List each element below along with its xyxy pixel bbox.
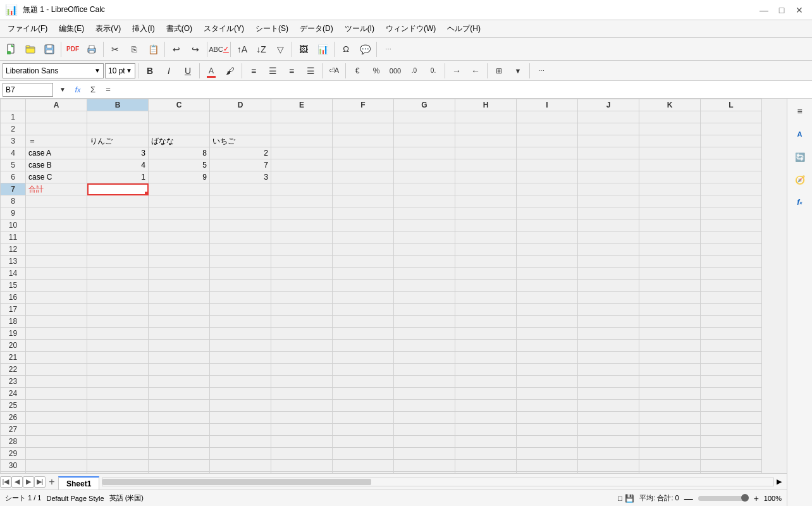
row-header-3[interactable]: 3 bbox=[1, 135, 26, 147]
cell-G1[interactable] bbox=[394, 111, 455, 123]
cell-reference-box[interactable]: B7 bbox=[3, 83, 53, 97]
cell-B1[interactable] bbox=[87, 111, 149, 123]
cell-I4[interactable] bbox=[517, 147, 578, 159]
formula-sum-button[interactable]: Σ bbox=[86, 83, 100, 97]
col-header-A[interactable]: A bbox=[26, 99, 87, 111]
col-header-E[interactable]: E bbox=[271, 99, 333, 111]
cell-J5[interactable] bbox=[578, 159, 639, 171]
menu-data[interactable]: データ(D) bbox=[295, 22, 338, 35]
cell-L1[interactable] bbox=[701, 111, 762, 123]
cell-E6[interactable] bbox=[271, 171, 333, 183]
cell-J3[interactable] bbox=[578, 135, 639, 147]
cell-J6[interactable] bbox=[578, 171, 639, 183]
sheet-last-button[interactable]: ▶| bbox=[34, 476, 46, 488]
menu-help[interactable]: ヘルプ(H) bbox=[442, 22, 486, 35]
cell-D7[interactable] bbox=[210, 183, 271, 195]
sheet-tab-sheet1[interactable]: Sheet1 bbox=[58, 476, 99, 490]
cell-G6[interactable] bbox=[394, 171, 455, 183]
font-size-dropdown[interactable]: 10 pt ▼ bbox=[105, 63, 135, 78]
add-sheet-button[interactable]: + bbox=[46, 476, 58, 488]
sidebar-functions-button[interactable]: fx bbox=[790, 192, 810, 213]
cell-G7[interactable] bbox=[394, 183, 455, 195]
zoom-slider[interactable] bbox=[698, 496, 749, 501]
menu-tools[interactable]: ツール(I) bbox=[340, 22, 379, 35]
cell-K4[interactable] bbox=[639, 147, 701, 159]
decimal-dec-button[interactable]: 0. bbox=[424, 62, 442, 80]
scroll-right-button[interactable]: ▶ bbox=[774, 478, 784, 486]
cell-F5[interactable] bbox=[333, 159, 394, 171]
col-header-F[interactable]: F bbox=[333, 99, 394, 111]
cell-I5[interactable] bbox=[517, 159, 578, 171]
undo-button[interactable]: ↩ bbox=[168, 40, 185, 58]
menu-format[interactable]: 書式(O) bbox=[161, 22, 197, 35]
menu-sheet[interactable]: シート(S) bbox=[250, 22, 293, 35]
border-color-button[interactable]: ▼ bbox=[509, 62, 527, 80]
sidebar-styles-button[interactable]: A bbox=[790, 124, 810, 144]
cell-H2[interactable] bbox=[455, 123, 517, 135]
col-header-B[interactable]: B bbox=[87, 99, 149, 111]
paste-button[interactable]: 📋 bbox=[144, 40, 162, 58]
row-header-2[interactable]: 2 bbox=[1, 123, 26, 135]
formula-equals-button[interactable]: = bbox=[101, 83, 115, 97]
cell-C5[interactable]: 5 bbox=[149, 159, 210, 171]
currency-button[interactable]: € bbox=[348, 62, 366, 80]
decimal-inc-button[interactable]: .0 bbox=[405, 62, 423, 80]
cell-L4[interactable] bbox=[701, 147, 762, 159]
record-icon[interactable]: □ bbox=[618, 494, 622, 503]
cell-K6[interactable] bbox=[639, 171, 701, 183]
cell-G3[interactable] bbox=[394, 135, 455, 147]
menu-window[interactable]: ウィンドウ(W) bbox=[381, 22, 441, 35]
formula-dropdown-button[interactable]: ▼ bbox=[56, 83, 70, 97]
cell-B7[interactable] bbox=[87, 183, 149, 195]
row-header-9[interactable]: 9 bbox=[1, 207, 26, 219]
cell-J4[interactable] bbox=[578, 147, 639, 159]
cell-C6[interactable]: 9 bbox=[149, 171, 210, 183]
cell-G2[interactable] bbox=[394, 123, 455, 135]
formula-wizard-button[interactable]: fx bbox=[71, 83, 85, 97]
cell-E7[interactable] bbox=[271, 183, 333, 195]
cell-J1[interactable] bbox=[578, 111, 639, 123]
cell-L3[interactable] bbox=[701, 135, 762, 147]
row-header-8[interactable]: 8 bbox=[1, 195, 26, 207]
align-left-button[interactable]: ≡ bbox=[245, 62, 262, 80]
cell-L7[interactable] bbox=[701, 183, 762, 195]
col-header-D[interactable]: D bbox=[210, 99, 271, 111]
sheet-first-button[interactable]: |◀ bbox=[0, 476, 11, 488]
cell-D5[interactable]: 7 bbox=[210, 159, 271, 171]
cell-K1[interactable] bbox=[639, 111, 701, 123]
menu-styles[interactable]: スタイル(Y) bbox=[199, 22, 249, 35]
cell-B5[interactable]: 4 bbox=[87, 159, 149, 171]
insert-chart-button[interactable]: 📊 bbox=[314, 40, 331, 58]
insert-image-button[interactable]: 🖼 bbox=[295, 40, 312, 58]
menu-edit[interactable]: 編集(E) bbox=[54, 22, 89, 35]
cell-H5[interactable] bbox=[455, 159, 517, 171]
maximize-button[interactable]: □ bbox=[774, 3, 789, 18]
row-header-4[interactable]: 4 bbox=[1, 147, 26, 159]
cell-A2[interactable] bbox=[26, 123, 87, 135]
minimize-button[interactable]: — bbox=[756, 3, 772, 18]
cell-F1[interactable] bbox=[333, 111, 394, 123]
cell-A6[interactable]: case C bbox=[26, 171, 87, 183]
cell-H4[interactable] bbox=[455, 147, 517, 159]
cell-I2[interactable] bbox=[517, 123, 578, 135]
font-color-button[interactable]: A bbox=[202, 62, 220, 80]
col-header-K[interactable]: K bbox=[639, 99, 701, 111]
col-header-J[interactable]: J bbox=[578, 99, 639, 111]
cell-F4[interactable] bbox=[333, 147, 394, 159]
sheet-prev-button[interactable]: ◀ bbox=[11, 476, 23, 488]
cell-F6[interactable] bbox=[333, 171, 394, 183]
cell-J7[interactable] bbox=[578, 183, 639, 195]
underline-button[interactable]: U bbox=[179, 62, 197, 80]
cell-L5[interactable] bbox=[701, 159, 762, 171]
save-button[interactable] bbox=[40, 40, 58, 58]
cell-I1[interactable] bbox=[517, 111, 578, 123]
hscroll-thumb[interactable] bbox=[102, 479, 371, 485]
cell-D2[interactable] bbox=[210, 123, 271, 135]
special-char-button[interactable]: Ω bbox=[337, 40, 355, 58]
more-button[interactable]: ⋯ bbox=[379, 40, 397, 58]
copy-button[interactable]: ⎘ bbox=[125, 40, 143, 58]
cell-L6[interactable] bbox=[701, 171, 762, 183]
cell-D6[interactable]: 3 bbox=[210, 171, 271, 183]
cell-J2[interactable] bbox=[578, 123, 639, 135]
cell-K2[interactable] bbox=[639, 123, 701, 135]
